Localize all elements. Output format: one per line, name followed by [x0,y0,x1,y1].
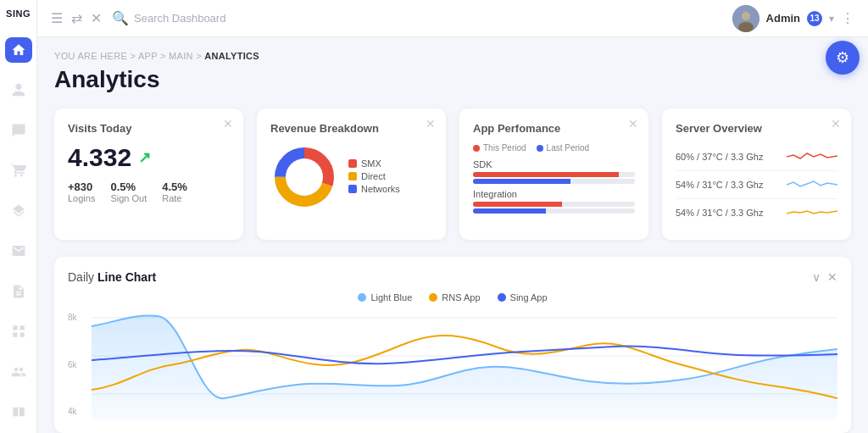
legend-networks: Networks [348,184,400,194]
server-close-button[interactable]: ✕ [831,117,841,130]
legend-smx: SMX [348,158,400,169]
sidebar-item-users[interactable] [5,78,32,103]
page-title: Analytics [54,66,851,93]
stat-rate: 4.5% Rate [162,180,187,203]
integration-bar-this [473,202,635,207]
chart-legend: Light Blue RNS App Sing App [68,292,837,303]
sidebar-item-mail[interactable] [5,239,32,264]
revenue-card: ✕ Revenue Breakdown SMX [257,108,446,240]
revenue-card-title: Revenue Breakdown [270,122,432,135]
admin-name: Admin [766,12,800,25]
visits-stats: +830 Logins 0.5% Sign Out 4.5% Rate [68,180,230,203]
sidebar-logo: SING [6,8,31,19]
chart-close-icon[interactable]: ✕ [827,270,837,284]
svg-point-2 [738,22,754,32]
integration-bar-last [473,208,635,214]
performance-card-title: App Perfomance [473,122,635,135]
menu-icon[interactable]: ☰ [51,10,63,26]
visits-close-button[interactable]: ✕ [223,117,233,130]
avatar [732,5,760,32]
revenue-close-button[interactable]: ✕ [426,117,436,130]
line-chart-svg [92,309,837,419]
breadcrumb: YOU ARE HERE > App > Main > Analytics [54,51,851,61]
legend-last-period: Last Period [537,143,590,153]
visits-card-title: Visits Today [68,122,230,135]
search-bar[interactable]: 🔍 Search Dashboard [112,10,722,26]
perf-bar-sdk: SDK [473,159,635,184]
stat-signout: 0.5% Sign Out [110,180,147,203]
sdk-bar-last [473,179,635,184]
line-chart-card: Daily Line Chart ∨ ✕ Light Blue RNS App [54,257,851,433]
server-row-2: 54% / 31°C / 3.3 Ghz [676,199,837,226]
sidebar-item-grid[interactable] [5,319,32,345]
donut-container: SMX Direct Networks [270,143,432,211]
sidebar-item-messages[interactable] [5,118,32,143]
topbar: ☰ ⇄ ✕ 🔍 Search Dashboard Admin 13 ▾ ⋮ [37,0,868,37]
legend-this-period: This Period [473,143,526,153]
legend-light-blue: Light Blue [358,292,412,303]
close-icon[interactable]: ✕ [91,10,102,26]
sidebar-item-people[interactable] [5,359,32,385]
svg-point-1 [742,12,750,20]
notification-badge[interactable]: 13 [807,11,822,26]
sidebar-item-home[interactable] [5,37,32,63]
legend-direct: Direct [348,171,400,181]
server-card: ✕ Server Overview 60% / 37°C / 3.3 Ghz 5… [662,108,851,240]
donut-legend: SMX Direct Networks [348,158,400,197]
dropdown-icon[interactable]: ▾ [829,13,834,25]
chart-collapse-icon[interactable]: ∨ [812,270,821,284]
settings-fab[interactable]: ⚙ [826,41,860,75]
donut-chart [270,143,338,211]
sidebar-item-reports[interactable] [5,279,32,304]
chart-controls: ∨ ✕ [812,270,837,284]
stat-logins: +830 Logins [68,180,95,203]
visits-value: 4.332 ↗ [68,143,230,172]
server-row-1: 54% / 31°C / 3.3 Ghz [676,171,837,199]
more-icon[interactable]: ⋮ [841,10,854,26]
sidebar: SING [0,0,37,433]
topbar-nav-icons: ☰ ⇄ ✕ [51,10,102,26]
server-card-title: Server Overview [676,122,837,135]
breadcrumb-current: Analytics [204,51,259,61]
visits-card: ✕ Visits Today 4.332 ↗ +830 Logins 0.5% … [54,108,243,240]
chart-header: Daily Line Chart ∨ ✕ [68,270,837,284]
svg-point-6 [286,158,323,196]
chart-area: 8k 6k 4k [68,309,837,419]
server-row-0: 60% / 37°C / 3.3 Ghz [676,143,837,171]
split-icon[interactable]: ⇄ [71,10,82,26]
legend-sing-app: Sing App [498,292,548,303]
main-area: ☰ ⇄ ✕ 🔍 Search Dashboard Admin 13 ▾ ⋮ [37,0,868,433]
sdk-bar-this [473,172,635,177]
performance-close-button[interactable]: ✕ [628,117,638,130]
chart-title: Daily Line Chart [68,270,156,284]
perf-legend: This Period Last Period [473,143,635,153]
sidebar-item-columns[interactable] [5,400,32,425]
content-area: YOU ARE HERE > App > Main > Analytics An… [37,37,868,433]
search-icon: 🔍 [112,10,129,26]
chart-y-labels: 8k 6k 4k [68,309,88,419]
chart-svg-wrapper [92,309,837,419]
search-text: Search Dashboard [134,12,225,25]
performance-card: ✕ App Perfomance This Period Last Period… [459,108,648,240]
breadcrumb-prefix: YOU ARE HERE > App > Main > [54,51,204,61]
sidebar-item-layers[interactable] [5,198,32,224]
sparkline-0 [787,148,837,165]
sparkline-1 [787,176,837,193]
perf-bar-integration: Integration [473,189,635,214]
cards-row: ✕ Visits Today 4.332 ↗ +830 Logins 0.5% … [54,108,851,240]
sidebar-item-cart[interactable] [5,158,32,184]
sparkline-2 [787,204,837,221]
legend-rns-app: RNS App [429,292,480,303]
topbar-right: Admin 13 ▾ ⋮ [732,5,854,32]
trend-up-icon: ↗ [138,148,151,167]
